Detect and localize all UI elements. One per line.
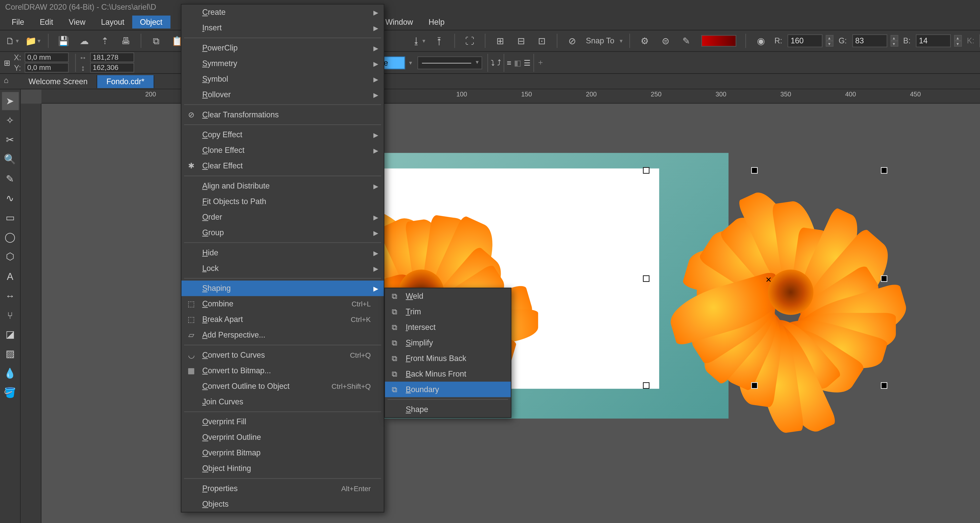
menu-item-insert[interactable]: Insert▶ [181,20,383,36]
eyedropper-tool[interactable]: 💧 [2,364,18,382]
menu-item-convert-to-curves[interactable]: ◡Convert to CurvesCtrl+Q [181,347,383,363]
copy-button[interactable]: ⧉ [148,32,165,49]
selection-handles-right: ✕ [751,169,894,389]
menu-item-overprint-fill[interactable]: Overprint Fill [181,414,383,430]
crop-tool[interactable]: ✂ [2,131,18,149]
width-field[interactable]: 181,278 mm [90,52,134,62]
menu-file[interactable]: File [4,16,32,29]
guides-button[interactable]: ⊟ [513,32,530,49]
standard-toolbar: 🗋 📁 💾 ☁ ⇡ 🖶 ⧉ 📋 ⭳ ⭱ ⛶ ⊞ ⊟ ⊡ ⊘ Snap To ▾ … [0,30,980,52]
menu-item-convert-outline-to-object: Convert Outline to ObjectCtrl+Shift+Q [181,378,383,394]
menu-item-group[interactable]: Group▶ [181,225,383,240]
tab-welcome[interactable]: Welcome Screen [19,75,97,88]
menu-item-symbol[interactable]: Symbol▶ [181,71,383,87]
rectangle-tool[interactable]: ▭ [2,209,18,227]
rgb-r-input[interactable] [788,35,822,48]
menu-item-shape[interactable]: Shape [385,402,511,417]
dropshadow-tool[interactable]: ◪ [2,325,18,343]
dimension-tool[interactable]: ↔ [2,286,18,305]
text-tool[interactable]: A [2,267,18,285]
menu-item-copy-effect[interactable]: Copy Effect▶ [181,127,383,143]
rgb-b-input[interactable] [916,35,951,48]
transparency-tool[interactable]: ▨ [2,345,18,363]
fullscreen-button[interactable]: ⛶ [461,32,478,49]
menu-item-align-and-distribute[interactable]: Align and Distribute▶ [181,178,383,194]
height-field[interactable]: 162,306 mm [90,63,134,72]
options-button[interactable]: ⚙ [636,32,653,49]
freehand-tool[interactable]: ✎ [2,170,18,188]
y-position[interactable]: 0,0 mm [25,63,69,72]
grid-button[interactable]: ⊞ [492,32,509,49]
fill-tool[interactable]: 🪣 [2,383,18,402]
layout-options-button[interactable]: ⊜ [657,32,674,49]
wrap-text-button-2[interactable]: ⤴ [497,58,501,67]
selection-handles-left [632,169,651,389]
print-button[interactable]: 🖶 [118,32,134,49]
new-file-button[interactable]: 🗋 [4,32,21,49]
connector-tool[interactable]: ⑂ [2,306,18,324]
bezier-tool[interactable]: ∿ [2,189,18,207]
polygon-tool[interactable]: ⬡ [2,248,18,265]
menu-item-object-hinting[interactable]: Object Hinting [181,461,383,476]
tab-document[interactable]: Fondo.cdr* [97,75,154,88]
color-model-icon[interactable]: ◉ [752,32,769,49]
cloud-up-button[interactable]: ⇡ [97,32,113,49]
snap-to-label[interactable]: Snap To [586,36,614,45]
menu-item-intersect[interactable]: ⧉Intersect [385,320,511,335]
menu-help[interactable]: Help [421,16,452,29]
cloud-button[interactable]: ☁ [76,32,93,49]
layers-button[interactable]: ☰ [524,58,531,67]
menu-item-hide[interactable]: Hide▶ [181,245,383,261]
import-button[interactable]: ⭳ [410,32,427,49]
menu-item-objects[interactable]: Objects [181,496,383,512]
menu-item-shaping[interactable]: Shaping▶ [181,281,383,296]
pen-button[interactable]: ✎ [678,32,695,49]
menu-item-weld[interactable]: ⧉Weld [385,288,511,304]
shaping-submenu: ⧉Weld⧉Trim⧉Intersect⧉Simplify⧉Front Minu… [384,288,511,418]
save-button[interactable]: 💾 [55,32,72,49]
window-title: CorelDRAW 2020 (64-Bit) - C:\Users\ariel… [5,3,156,12]
menu-view[interactable]: View [61,16,93,29]
menu-item-fit-objects-to-path[interactable]: Fit Objects to Path [181,194,383,209]
property-bar: ⊞ X:0,0 mm Y:0,0 mm ↔181,278 mm ↕162,306… [0,52,980,74]
menu-object[interactable]: Object [132,16,170,29]
add-button[interactable]: ＋ [537,57,544,68]
menu-item-front-minus-back[interactable]: ⧉Front Minus Back [385,351,511,366]
wrap-text-button[interactable]: ⤵ [491,58,495,67]
menu-item-back-minus-front[interactable]: ⧉Back Minus Front [385,366,511,382]
open-file-button[interactable]: 📁 [25,32,41,49]
menu-item-clone-effect[interactable]: Clone Effect▶ [181,143,383,158]
zoom-tool[interactable]: 🔍 [2,150,18,169]
menu-layout[interactable]: Layout [93,16,132,29]
order-button[interactable]: ◧ [514,58,521,67]
title-bar: CorelDRAW 2020 (64-Bit) - C:\Users\ariel… [0,0,980,14]
menu-item-clear-transformations[interactable]: ⊘Clear Transformations [181,107,383,122]
snap-off-button[interactable]: ⊘ [564,32,581,49]
line-style-dropdown[interactable]: ▾ [417,56,482,69]
menu-item-order[interactable]: Order▶ [181,209,383,225]
select-all-icon[interactable]: ⊞ [4,58,10,67]
shape-tool[interactable]: ✧ [2,111,18,130]
menu-item-boundary[interactable]: ⧉Boundary [385,382,511,397]
menu-item-clear-effect: ✱Clear Effect [181,158,383,174]
rulers-button[interactable]: ⊡ [533,32,550,49]
ellipse-tool[interactable]: ◯ [2,228,18,246]
rgb-g-input[interactable] [852,35,887,48]
x-position[interactable]: 0,0 mm [25,52,69,62]
menu-item-simplify[interactable]: ⧉Simplify [385,335,511,351]
align-button[interactable]: ≡ [507,58,511,67]
menu-item-trim[interactable]: ⧉Trim [385,304,511,320]
menu-item-properties[interactable]: PropertiesAlt+Enter [181,481,383,496]
menu-item-add-perspective-[interactable]: ▱Add Perspective... [181,327,383,343]
menu-edit[interactable]: Edit [32,16,61,29]
menu-item-create[interactable]: Create▶ [181,5,383,20]
menu-item-rollover[interactable]: Rollover▶ [181,87,383,102]
export-button[interactable]: ⭱ [431,32,448,49]
menu-item-symmetry[interactable]: Symmetry▶ [181,56,383,71]
menu-item-convert-to-bitmap-[interactable]: ▦Convert to Bitmap... [181,363,383,378]
menu-item-lock[interactable]: Lock▶ [181,261,383,276]
menu-item-powerclip[interactable]: PowerClip▶ [181,40,383,56]
home-icon[interactable]: ⌂ [4,76,8,85]
menu-item-join-curves[interactable]: Join Curves [181,394,383,410]
pick-tool[interactable]: ➤ [2,92,18,110]
